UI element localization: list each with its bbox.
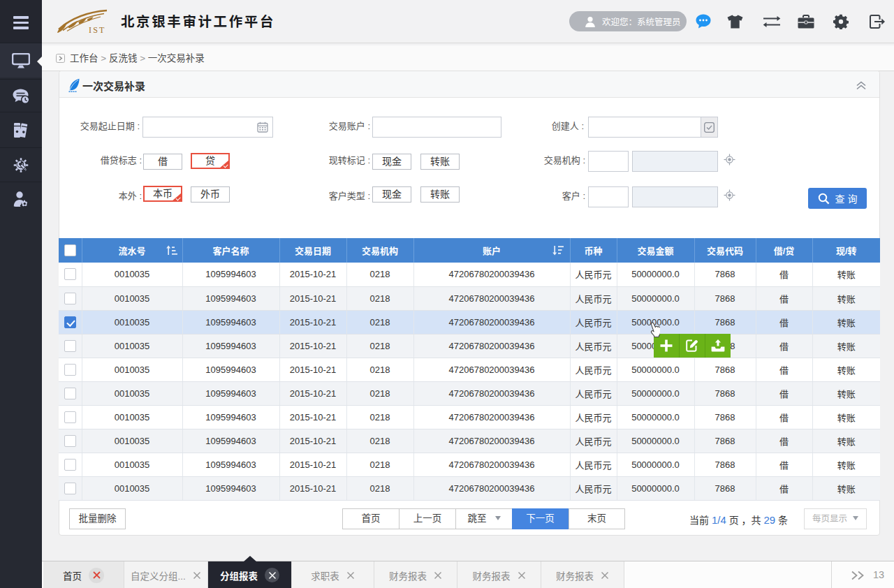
svg-text:IST: IST (89, 25, 106, 34)
